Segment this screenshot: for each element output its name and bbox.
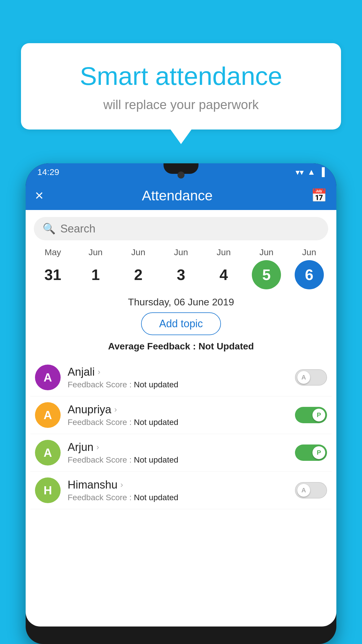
attendance-toggle[interactable]: A bbox=[295, 369, 327, 386]
bubble-title: Smart attendance bbox=[44, 61, 318, 92]
calendar-day-4[interactable]: Jun 4 bbox=[206, 247, 241, 289]
search-input[interactable] bbox=[60, 223, 319, 235]
chevron-right-icon: › bbox=[114, 405, 117, 414]
bubble-subtitle: will replace your paperwork bbox=[44, 97, 318, 112]
cal-day-4: 4 bbox=[209, 260, 238, 289]
list-item: H Himanshu › Feedback Score : Not update… bbox=[30, 472, 332, 509]
student-list: A Anjali › Feedback Score : Not updated … bbox=[26, 359, 336, 509]
speech-bubble: Smart attendance will replace your paper… bbox=[21, 43, 341, 130]
chevron-right-icon: › bbox=[96, 442, 99, 452]
avatar: A bbox=[35, 365, 61, 390]
cal-day-2: 2 bbox=[124, 260, 153, 289]
cal-month-1: Jun bbox=[89, 247, 103, 257]
toggle-thumb: A bbox=[297, 371, 310, 384]
app-bar-title: Attendance bbox=[142, 188, 213, 204]
toggle-thumb: P bbox=[312, 409, 325, 421]
close-button[interactable]: × bbox=[35, 187, 43, 204]
feedback-value: Not Updated bbox=[198, 341, 254, 351]
student-info[interactable]: Anjali › Feedback Score : Not updated bbox=[68, 366, 288, 389]
student-name: Anjali › bbox=[68, 366, 288, 378]
cal-day-1: 1 bbox=[81, 260, 110, 289]
cal-day-3: 3 bbox=[166, 260, 196, 289]
calendar-day-2[interactable]: Jun 2 bbox=[121, 247, 156, 289]
cal-month-0: May bbox=[45, 247, 61, 257]
attendance-toggle[interactable]: P bbox=[295, 444, 327, 461]
phone-screen: 🔍 May 31 Jun 1 Jun 2 Jun bbox=[26, 210, 336, 626]
cal-month-6: Jun bbox=[302, 247, 316, 257]
status-time: 14:29 bbox=[37, 167, 59, 177]
list-item: A Arjun › Feedback Score : Not updated P bbox=[30, 434, 332, 472]
battery-icon: ▐ bbox=[319, 167, 325, 177]
toggle-thumb: A bbox=[297, 484, 310, 497]
add-topic-button[interactable]: Add topic bbox=[141, 312, 221, 335]
cal-day-0: 31 bbox=[38, 260, 67, 289]
cal-month-3: Jun bbox=[174, 247, 188, 257]
student-feedback: Feedback Score : Not updated bbox=[68, 380, 288, 389]
phone-inner: × Attendance 📅 🔍 May 31 Jun 1 bbox=[26, 181, 336, 644]
avatar: A bbox=[35, 402, 61, 428]
cal-day-6: 6 bbox=[295, 260, 324, 289]
calendar-day-5[interactable]: Jun 5 bbox=[249, 247, 284, 289]
search-bar[interactable]: 🔍 bbox=[34, 217, 328, 240]
avatar: A bbox=[35, 440, 61, 466]
attendance-toggle[interactable]: A bbox=[295, 482, 327, 498]
calendar-strip: May 31 Jun 1 Jun 2 Jun 3 Jun 4 bbox=[26, 247, 336, 289]
calendar-icon[interactable]: 📅 bbox=[311, 188, 327, 203]
wifi-icon: ▾▾ bbox=[296, 167, 304, 177]
selected-date: Thursday, 06 June 2019 bbox=[26, 296, 336, 308]
status-icons: ▾▾ ▲ ▐ bbox=[296, 167, 325, 177]
calendar-day-0[interactable]: May 31 bbox=[35, 247, 70, 289]
chevron-right-icon: › bbox=[98, 367, 100, 377]
cal-month-5: Jun bbox=[259, 247, 273, 257]
toggle-thumb: P bbox=[312, 446, 325, 459]
attendance-toggle[interactable]: P bbox=[295, 407, 327, 423]
student-name: Arjun › bbox=[68, 441, 288, 454]
student-name: Himanshu › bbox=[68, 479, 288, 491]
speech-bubble-arrow bbox=[171, 130, 191, 144]
student-feedback: Feedback Score : Not updated bbox=[68, 455, 288, 465]
feedback-summary: Average Feedback : Not Updated bbox=[26, 341, 336, 352]
student-name: Anupriya › bbox=[68, 403, 288, 416]
feedback-label: Average Feedback : bbox=[108, 341, 198, 351]
list-item: A Anupriya › Feedback Score : Not update… bbox=[30, 396, 332, 434]
calendar-day-1[interactable]: Jun 1 bbox=[78, 247, 113, 289]
student-feedback: Feedback Score : Not updated bbox=[68, 493, 288, 502]
student-info[interactable]: Himanshu › Feedback Score : Not updated bbox=[68, 479, 288, 502]
cal-day-5: 5 bbox=[252, 260, 281, 289]
speech-bubble-container: Smart attendance will replace your paper… bbox=[21, 43, 341, 144]
search-icon: 🔍 bbox=[43, 223, 56, 235]
list-item: A Anjali › Feedback Score : Not updated … bbox=[30, 359, 332, 396]
student-info[interactable]: Arjun › Feedback Score : Not updated bbox=[68, 441, 288, 465]
app-bar: × Attendance 📅 bbox=[26, 181, 336, 210]
calendar-day-6[interactable]: Jun 6 bbox=[292, 247, 327, 289]
signal-icon: ▲ bbox=[307, 167, 315, 177]
avatar: H bbox=[35, 477, 61, 503]
chevron-right-icon: › bbox=[120, 480, 123, 489]
cal-month-2: Jun bbox=[131, 247, 145, 257]
phone-notch bbox=[164, 163, 198, 174]
cal-month-4: Jun bbox=[217, 247, 231, 257]
calendar-day-3[interactable]: Jun 3 bbox=[164, 247, 198, 289]
phone-frame: 14:29 ▾▾ ▲ ▐ × Attendance 📅 🔍 May 31 bbox=[26, 163, 336, 644]
student-feedback: Feedback Score : Not updated bbox=[68, 418, 288, 427]
student-info[interactable]: Anupriya › Feedback Score : Not updated bbox=[68, 403, 288, 427]
